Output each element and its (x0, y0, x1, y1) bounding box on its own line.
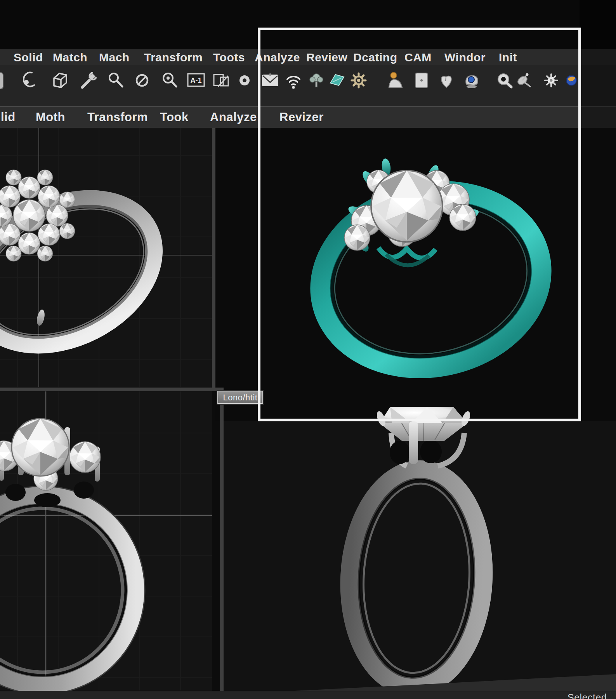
menu-item-mach[interactable]: Mach (99, 49, 130, 65)
viewport-divider-vertical-top[interactable] (212, 128, 215, 391)
viewport-top-left[interactable] (0, 128, 212, 388)
box-tool-icon[interactable] (49, 70, 71, 91)
cad-application-window: Solid Match Mach Transform Toots Analyze… (0, 0, 616, 699)
menu-item-toots[interactable]: Toots (213, 49, 245, 65)
tab-lid[interactable]: lid (1, 107, 16, 128)
status-selected-text: Selected (567, 692, 607, 699)
menu-item-transform[interactable]: Transform (144, 49, 203, 65)
viewport-divider-vertical-bottom[interactable] (220, 390, 224, 691)
a1-annotation-icon[interactable]: A-1 (185, 70, 207, 91)
viewport-title-label[interactable]: Lono/htit (217, 391, 263, 404)
record-dot-icon[interactable] (234, 70, 255, 91)
menu-item-match[interactable]: Match (53, 49, 87, 65)
clipboard-icon[interactable] (0, 70, 9, 91)
viewport-divider-horizontal[interactable] (0, 388, 224, 391)
drafting-sheets-icon[interactable] (210, 70, 232, 91)
tab-moth[interactable]: Moth (36, 107, 65, 128)
status-bar: Selected (0, 691, 616, 699)
svg-text:A-1: A-1 (190, 77, 201, 84)
tab-transform[interactable]: Transform (87, 107, 148, 128)
magnifier-icon[interactable] (105, 70, 127, 91)
right-edge-shade (580, 0, 616, 128)
tab-took[interactable]: Took (160, 107, 189, 128)
wrench-icon[interactable] (78, 70, 99, 91)
magnifier-dot-icon[interactable] (158, 70, 180, 91)
no-entry-icon[interactable] (131, 70, 153, 91)
highlight-box (258, 28, 581, 421)
menu-item-solid[interactable]: Solid (14, 49, 43, 65)
viewport-bottom-right[interactable] (224, 421, 616, 691)
tab-analyze[interactable]: Analyze (210, 107, 257, 128)
viewport-bottom-left[interactable] (0, 391, 212, 691)
curve-tool-icon[interactable] (20, 70, 42, 91)
